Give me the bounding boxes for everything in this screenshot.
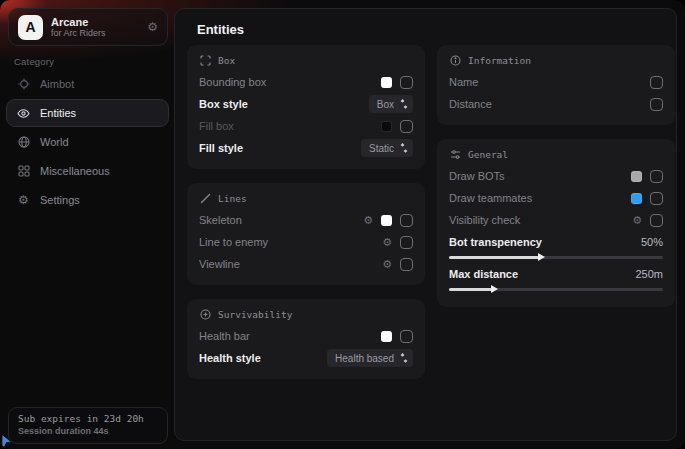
session-duration-text: Session duration 44s bbox=[18, 426, 158, 436]
setting-row-box-style: Box style Box bbox=[199, 93, 413, 115]
setting-label: Fill style bbox=[199, 142, 243, 154]
health-style-dropdown[interactable]: Health based bbox=[327, 349, 413, 367]
sidebar-nav: Aimbot Entities World Miscellaneous bbox=[6, 70, 169, 214]
max-distance-slider-group: Max distance 250m bbox=[449, 265, 663, 291]
eye-icon bbox=[17, 107, 30, 120]
bot-transparency-slider-group: Bot transpenency 50% bbox=[449, 233, 663, 259]
gear-icon: ⚙ bbox=[17, 194, 30, 207]
config-gear-icon[interactable]: ⚙ bbox=[363, 215, 373, 226]
sidebar-item-miscellaneous[interactable]: Miscellaneous bbox=[6, 157, 169, 185]
sidebar: A Arcane for Arc Riders ⚙ Category Aimbo… bbox=[0, 0, 174, 449]
app-logo: A bbox=[18, 15, 43, 40]
updown-arrows-icon bbox=[400, 99, 408, 109]
survivability-card: Survivability Health bar Health style He… bbox=[187, 299, 425, 379]
grid-icon bbox=[17, 165, 30, 178]
bot-transparency-slider[interactable] bbox=[449, 256, 663, 259]
line-to-enemy-checkbox[interactable] bbox=[400, 236, 413, 249]
health-cross-icon bbox=[199, 308, 211, 320]
skeleton-checkbox[interactable] bbox=[400, 214, 413, 227]
bounding-box-checkbox[interactable] bbox=[400, 76, 413, 89]
box-card: Box Bounding box Box style Box bbox=[187, 45, 425, 169]
settings-gear-icon[interactable]: ⚙ bbox=[147, 21, 158, 33]
setting-label: Health bar bbox=[199, 330, 250, 342]
sidebar-item-label: Aimbot bbox=[40, 78, 74, 90]
config-gear-icon[interactable]: ⚙ bbox=[382, 259, 392, 270]
setting-row-viewline: Viewline ⚙ bbox=[199, 253, 413, 275]
viewline-checkbox[interactable] bbox=[400, 258, 413, 271]
sidebar-item-label: Miscellaneous bbox=[40, 165, 110, 177]
max-distance-slider[interactable] bbox=[449, 288, 663, 291]
slider-value: 50% bbox=[641, 236, 663, 248]
sidebar-item-aimbot[interactable]: Aimbot bbox=[6, 70, 169, 98]
sidebar-item-entities[interactable]: Entities bbox=[6, 99, 169, 127]
setting-row-fill-style: Fill style Static bbox=[199, 137, 413, 159]
setting-label: Distance bbox=[449, 98, 492, 110]
card-title: Survivability bbox=[218, 309, 292, 320]
setting-label: Draw BOTs bbox=[449, 170, 505, 182]
app-window: A Arcane for Arc Riders ⚙ Category Aimbo… bbox=[0, 0, 685, 449]
card-title: Information bbox=[468, 55, 531, 66]
slider-value: 250m bbox=[635, 268, 663, 280]
color-swatch[interactable] bbox=[381, 77, 392, 88]
subscription-card: Sub expires in 23d 20h Session duration … bbox=[8, 407, 168, 444]
setting-label: Health style bbox=[199, 352, 261, 364]
fill-box-checkbox[interactable] bbox=[400, 120, 413, 133]
setting-row-distance: Distance bbox=[449, 93, 663, 115]
line-icon bbox=[199, 192, 211, 204]
information-card: Information Name Distance bbox=[437, 45, 675, 125]
setting-row-line-to-enemy: Line to enemy ⚙ bbox=[199, 231, 413, 253]
setting-label: Skeleton bbox=[199, 214, 242, 226]
name-checkbox[interactable] bbox=[650, 76, 663, 89]
right-column: Information Name Distance General bbox=[437, 45, 675, 307]
config-gear-icon[interactable]: ⚙ bbox=[632, 215, 642, 226]
card-title: General bbox=[468, 149, 508, 160]
page-title: Entities bbox=[197, 22, 244, 37]
category-label: Category bbox=[14, 56, 54, 67]
slider-thumb[interactable] bbox=[491, 285, 498, 293]
card-title: Box bbox=[218, 55, 235, 66]
setting-label: Name bbox=[449, 76, 478, 88]
updown-arrows-icon bbox=[400, 143, 408, 153]
sidebar-item-label: World bbox=[40, 136, 69, 148]
sidebar-item-world[interactable]: World bbox=[6, 128, 169, 156]
app-subtitle: for Arc Riders bbox=[51, 28, 139, 38]
color-swatch[interactable] bbox=[631, 193, 642, 204]
box-style-dropdown[interactable]: Box bbox=[369, 95, 413, 113]
globe-icon bbox=[17, 136, 30, 149]
setting-row-bounding-box: Bounding box bbox=[199, 71, 413, 93]
health-bar-checkbox[interactable] bbox=[400, 330, 413, 343]
setting-row-health-bar: Health bar bbox=[199, 325, 413, 347]
color-swatch[interactable] bbox=[381, 331, 392, 342]
setting-label: Viewline bbox=[199, 258, 240, 270]
sidebar-item-label: Entities bbox=[40, 107, 76, 119]
distance-checkbox[interactable] bbox=[650, 98, 663, 111]
slider-thumb[interactable] bbox=[538, 253, 545, 261]
setting-label: Fill box bbox=[199, 120, 234, 132]
bounding-box-icon bbox=[199, 54, 211, 66]
color-swatch[interactable] bbox=[381, 121, 392, 132]
setting-row-visibility-check: Visibility check ⚙ bbox=[449, 209, 663, 231]
mouse-cursor bbox=[1, 433, 14, 448]
setting-row-draw-bots: Draw BOTs bbox=[449, 165, 663, 187]
dropdown-value: Static bbox=[369, 143, 394, 154]
setting-row-draw-teammates: Draw teammates bbox=[449, 187, 663, 209]
draw-bots-checkbox[interactable] bbox=[650, 170, 663, 183]
setting-label: Line to enemy bbox=[199, 236, 268, 248]
logo-card: A Arcane for Arc Riders ⚙ bbox=[8, 8, 168, 46]
sidebar-item-settings[interactable]: ⚙ Settings bbox=[6, 186, 169, 214]
setting-label: Bounding box bbox=[199, 76, 266, 88]
left-column: Box Bounding box Box style Box bbox=[187, 45, 425, 379]
general-card: General Draw BOTs Draw teammates bbox=[437, 139, 675, 307]
sliders-icon bbox=[449, 148, 461, 160]
setting-label: Bot transpenency bbox=[449, 236, 542, 248]
setting-row-skeleton: Skeleton ⚙ bbox=[199, 209, 413, 231]
app-title: Arcane bbox=[51, 16, 139, 29]
color-swatch[interactable] bbox=[381, 215, 392, 226]
visibility-check-checkbox[interactable] bbox=[650, 214, 663, 227]
setting-label: Max distance bbox=[449, 268, 518, 280]
dropdown-value: Health based bbox=[335, 353, 394, 364]
fill-style-dropdown[interactable]: Static bbox=[361, 139, 413, 157]
draw-teammates-checkbox[interactable] bbox=[650, 192, 663, 205]
config-gear-icon[interactable]: ⚙ bbox=[382, 237, 392, 248]
color-swatch[interactable] bbox=[631, 171, 642, 182]
